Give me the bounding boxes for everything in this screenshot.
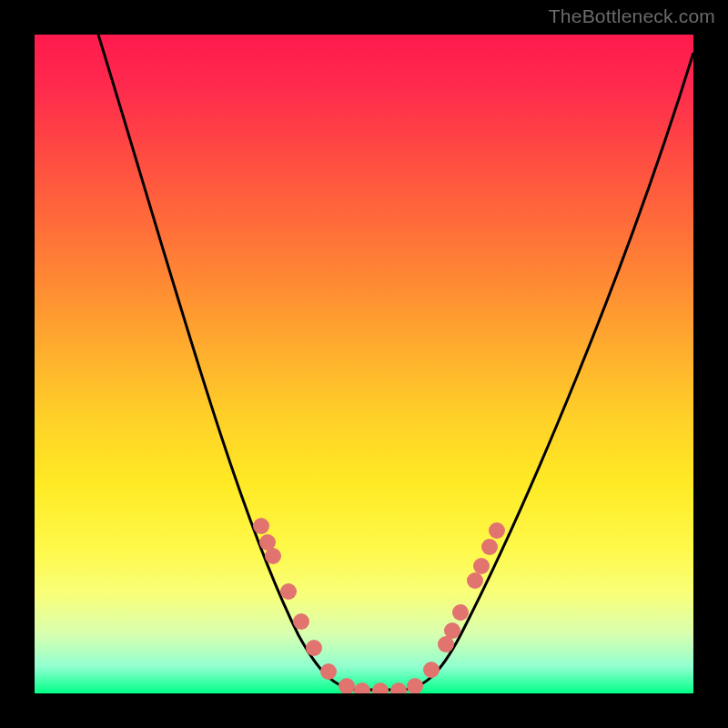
data-marker — [481, 539, 498, 555]
data-marker — [452, 604, 469, 621]
data-marker — [467, 572, 483, 589]
data-marker — [354, 682, 370, 693]
data-marker — [320, 663, 337, 680]
data-marker — [265, 548, 281, 564]
series-curve — [98, 35, 693, 690]
data-marker — [390, 682, 407, 693]
data-marker — [372, 682, 389, 693]
data-marker — [444, 622, 460, 639]
marker-group — [253, 518, 505, 693]
watermark-text: TheBottleneck.com — [549, 5, 715, 27]
data-marker — [280, 583, 297, 600]
data-marker — [339, 678, 355, 693]
data-marker — [253, 518, 269, 534]
plot-area — [35, 35, 693, 693]
data-marker — [293, 613, 309, 630]
data-marker — [489, 522, 505, 539]
data-marker — [407, 678, 423, 693]
chart-svg — [35, 35, 693, 693]
data-marker — [473, 558, 490, 574]
data-marker — [306, 640, 322, 656]
data-marker — [423, 662, 440, 678]
chart-frame: TheBottleneck.com — [0, 0, 728, 728]
